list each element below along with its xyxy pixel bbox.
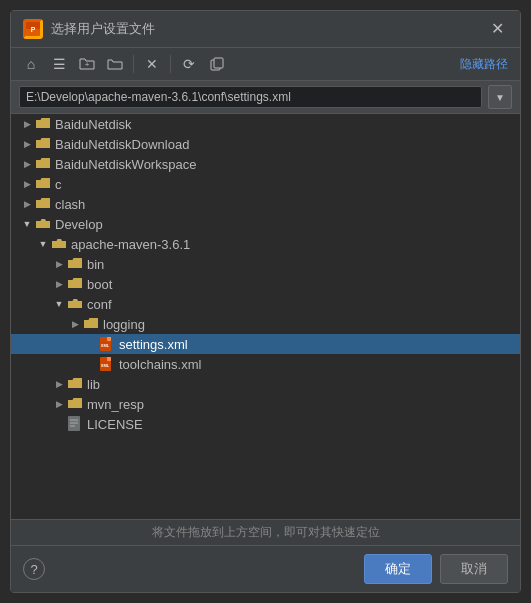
- tree-label: settings.xml: [119, 337, 188, 352]
- toggle-icon: ▶: [51, 396, 67, 412]
- xml-file-icon: XML: [99, 336, 115, 352]
- tree-label: logging: [103, 317, 145, 332]
- close-button[interactable]: ✕: [487, 19, 508, 39]
- title-bar: P 选择用户设置文件 ✕: [11, 11, 520, 48]
- tree-item-develop[interactable]: ▼ Develop: [11, 214, 520, 234]
- confirm-button[interactable]: 确定: [364, 554, 432, 584]
- tree-item-mvn-resp[interactable]: ▶ mvn_resp: [11, 394, 520, 414]
- tree-item-logging[interactable]: ▶ logging: [11, 314, 520, 334]
- toggle-icon: ▶: [51, 376, 67, 392]
- folder-icon: [35, 136, 51, 152]
- tree-item-c[interactable]: ▶ c: [11, 174, 520, 194]
- hide-path-button[interactable]: 隐藏路径: [456, 54, 512, 75]
- refresh-button[interactable]: ⟳: [177, 52, 201, 76]
- toggle-icon: ▶: [51, 256, 67, 272]
- title-bar-left: P 选择用户设置文件: [23, 19, 155, 39]
- svg-rect-5: [214, 58, 223, 68]
- svg-text:+: +: [85, 60, 90, 69]
- cancel-button[interactable]: 取消: [440, 554, 508, 584]
- toggle-icon: ▶: [51, 276, 67, 292]
- toggle-icon: ▼: [19, 216, 35, 232]
- tree-item-baidunetdiskdownload[interactable]: ▶ BaiduNetdiskDownload: [11, 134, 520, 154]
- folder-icon: [67, 396, 83, 412]
- toggle-icon: ▼: [51, 296, 67, 312]
- tree-label: c: [55, 177, 62, 192]
- folder-icon: [35, 176, 51, 192]
- folder-icon: [83, 316, 99, 332]
- delete-button[interactable]: ✕: [140, 52, 164, 76]
- tree-label: mvn_resp: [87, 397, 144, 412]
- tree-item-boot[interactable]: ▶ boot: [11, 274, 520, 294]
- folder-icon: [67, 296, 83, 312]
- file-tree[interactable]: ▶ BaiduNetdisk ▶ BaiduNetdiskDownload ▶ …: [11, 114, 520, 519]
- toggle-icon: ▶: [19, 136, 35, 152]
- tree-item-conf[interactable]: ▼ conf: [11, 294, 520, 314]
- tree-label: conf: [87, 297, 112, 312]
- svg-text:P: P: [31, 26, 36, 33]
- tree-item-lib[interactable]: ▶ lib: [11, 374, 520, 394]
- help-button[interactable]: ?: [23, 558, 45, 580]
- status-bar: 将文件拖放到上方空间，即可对其快速定位: [11, 519, 520, 545]
- folder2-button[interactable]: [103, 52, 127, 76]
- toggle-icon: ▼: [35, 236, 51, 252]
- tree-label: Develop: [55, 217, 103, 232]
- tree-label: BaiduNetdiskWorkspace: [55, 157, 196, 172]
- dialog-title: 选择用户设置文件: [51, 20, 155, 38]
- license-file-icon: [67, 416, 83, 432]
- folder-icon: [51, 236, 67, 252]
- xml-file-icon: XML: [99, 356, 115, 372]
- folder-icon: [35, 216, 51, 232]
- svg-marker-7: [107, 337, 111, 341]
- path-dropdown-button[interactable]: ▼: [488, 85, 512, 109]
- tree-item-baidunetdisk[interactable]: ▶ BaiduNetdisk: [11, 114, 520, 134]
- tree-label: boot: [87, 277, 112, 292]
- tree-item-apache-maven[interactable]: ▼ apache-maven-3.6.1: [11, 234, 520, 254]
- tree-label: bin: [87, 257, 104, 272]
- tree-label: apache-maven-3.6.1: [71, 237, 190, 252]
- home-button[interactable]: ⌂: [19, 52, 43, 76]
- action-buttons: 确定 取消: [364, 554, 508, 584]
- file-chooser-dialog: P 选择用户设置文件 ✕ ⌂ ☰ + ✕ ⟳: [10, 10, 521, 593]
- tree-item-baidunetdiskworkspace[interactable]: ▶ BaiduNetdiskWorkspace: [11, 154, 520, 174]
- folder-icon: [35, 156, 51, 172]
- tree-label: BaiduNetdiskDownload: [55, 137, 189, 152]
- tree-label: LICENSE: [87, 417, 143, 432]
- svg-text:XML: XML: [101, 343, 110, 348]
- tree-label: toolchains.xml: [119, 357, 201, 372]
- copy-button[interactable]: [205, 52, 229, 76]
- toggle-icon: ▶: [19, 116, 35, 132]
- toggle-icon: ▶: [19, 176, 35, 192]
- tree-item-bin[interactable]: ▶ bin: [11, 254, 520, 274]
- path-input[interactable]: [19, 86, 482, 108]
- tree-label: clash: [55, 197, 85, 212]
- folder-icon: [67, 276, 83, 292]
- bottom-bar: ? 确定 取消: [11, 545, 520, 592]
- status-text: 将文件拖放到上方空间，即可对其快速定位: [152, 525, 380, 539]
- toggle-icon: ▶: [19, 196, 35, 212]
- app-icon: P: [23, 19, 43, 39]
- tree-item-settings-xml[interactable]: ▶ XML settings.xml: [11, 334, 520, 354]
- folder-icon: [35, 116, 51, 132]
- tree-label: lib: [87, 377, 100, 392]
- toggle-icon: ▶: [67, 316, 83, 332]
- toolbar-separator-1: [133, 55, 134, 73]
- folder-icon: [67, 376, 83, 392]
- tree-label: BaiduNetdisk: [55, 117, 132, 132]
- toolbar: ⌂ ☰ + ✕ ⟳ 隐藏路径: [11, 48, 520, 81]
- svg-marker-10: [107, 357, 111, 361]
- tree-item-license[interactable]: ▶ LICENSE: [11, 414, 520, 434]
- new-folder-button[interactable]: +: [75, 52, 99, 76]
- path-bar: ▼: [11, 81, 520, 114]
- folder-icon: [35, 196, 51, 212]
- view-list-button[interactable]: ☰: [47, 52, 71, 76]
- tree-item-toolchains-xml[interactable]: ▶ XML toolchains.xml: [11, 354, 520, 374]
- toolbar-separator-2: [170, 55, 171, 73]
- tree-item-clash[interactable]: ▶ clash: [11, 194, 520, 214]
- svg-text:XML: XML: [101, 363, 110, 368]
- toggle-icon: ▶: [19, 156, 35, 172]
- folder-icon: [67, 256, 83, 272]
